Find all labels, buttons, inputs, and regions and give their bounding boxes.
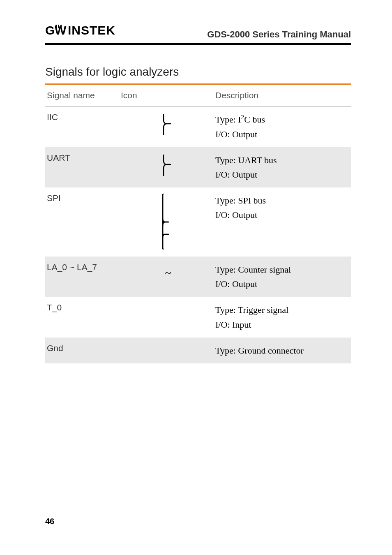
desc-type: Type: UART bus xyxy=(215,153,349,167)
page-number: 46 xyxy=(45,517,54,526)
signal-name-cell: LA_0 ~ LA_7 xyxy=(47,262,121,272)
desc-cell: Type: Counter signal I/O: Output xyxy=(215,262,349,291)
svg-rect-3 xyxy=(58,25,59,28)
desc-cell: Type: Trigger signal I/O: Input xyxy=(215,303,349,331)
section-title: Signals for logic analyzers xyxy=(45,65,351,85)
table-row: UART Type: UART bus I/O: Output xyxy=(45,147,351,187)
desc-type: Type: I2C bus xyxy=(215,112,349,127)
table-row: LA_0 ~ LA_7 ~ Type: Counter signal I/O: … xyxy=(45,257,351,297)
desc-cell: Type: Ground connector xyxy=(215,343,349,358)
signal-name-cell: IIC xyxy=(47,112,121,122)
doc-title: GDS-2000 Series Training Manual xyxy=(207,29,351,40)
icon-cell xyxy=(121,153,215,178)
icon-cell xyxy=(121,112,215,137)
desc-type: Type: Ground connector xyxy=(215,343,349,358)
svg-rect-2 xyxy=(55,25,57,28)
signal-name-cell: T_0 xyxy=(47,303,121,312)
table-row: T_0 Type: Trigger signal I/O: Input xyxy=(45,297,351,337)
header-icon: Icon xyxy=(121,90,215,100)
desc-type: Type: SPI bus xyxy=(215,193,349,208)
desc-cell: Type: SPI bus I/O: Output xyxy=(215,193,349,222)
desc-io: I/O: Output xyxy=(215,277,349,291)
tilde-icon: ~ xyxy=(165,262,171,280)
bracket-large-icon xyxy=(158,193,178,251)
table-row: IIC Type: I2C bus I/O: Output xyxy=(45,106,351,147)
desc-io: I/O: Output xyxy=(215,167,349,182)
header-description: Description xyxy=(215,90,349,100)
header-signal-name: Signal name xyxy=(47,90,121,100)
table-row: SPI Type: SPI bus I/O: Output xyxy=(45,187,351,257)
signal-name-cell: UART xyxy=(47,153,121,163)
brand-logo: G W INSTEK xyxy=(45,24,119,40)
signal-name-cell: Gnd xyxy=(47,343,121,353)
svg-rect-4 xyxy=(60,25,62,28)
desc-io: I/O: Output xyxy=(215,208,349,222)
signal-name-cell: SPI xyxy=(47,193,121,203)
signals-table: Signal name Icon Description IIC Type: I… xyxy=(45,85,351,363)
desc-type: Type: Trigger signal xyxy=(215,303,349,317)
svg-text:G: G xyxy=(45,24,55,37)
svg-text:INSTEK: INSTEK xyxy=(68,24,115,37)
page-header: G W INSTEK GDS-2000 Series Training Manu… xyxy=(45,24,351,45)
table-row: Gnd Type: Ground connector xyxy=(45,338,351,363)
bracket-icon xyxy=(159,153,178,178)
desc-io: I/O: Output xyxy=(215,127,349,141)
icon-cell: ~ xyxy=(121,262,215,280)
table-header-row: Signal name Icon Description xyxy=(45,85,351,106)
icon-cell xyxy=(121,193,215,251)
desc-io: I/O: Input xyxy=(215,317,349,332)
desc-cell: Type: I2C bus I/O: Output xyxy=(215,112,349,141)
bracket-icon xyxy=(159,112,178,137)
desc-type: Type: Counter signal xyxy=(215,262,349,277)
desc-cell: Type: UART bus I/O: Output xyxy=(215,153,349,182)
